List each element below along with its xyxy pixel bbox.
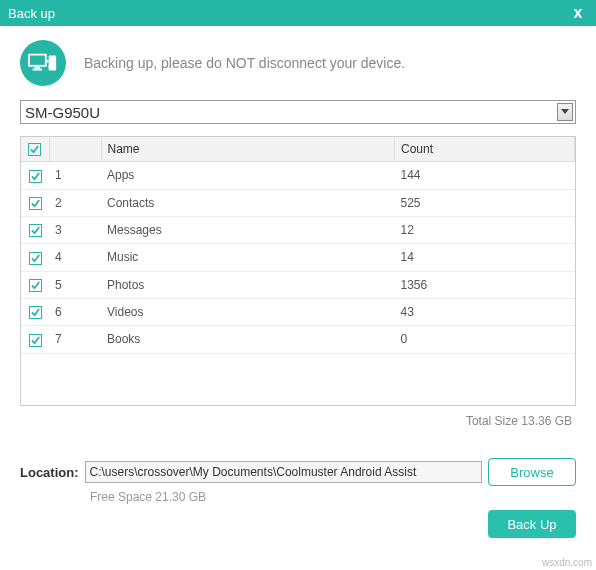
total-size: Total Size 13.36 GB	[0, 414, 572, 428]
table-row[interactable]: 1Apps144	[21, 162, 575, 189]
row-name: Books	[101, 326, 395, 353]
table-header-row: Name Count	[21, 137, 575, 162]
header: Backing up, please do NOT disconnect you…	[0, 26, 596, 96]
row-checkbox[interactable]	[29, 197, 42, 210]
close-icon[interactable]: x	[568, 4, 588, 22]
row-name: Contacts	[101, 189, 395, 216]
svg-rect-4	[49, 56, 57, 71]
select-all-checkbox[interactable]	[28, 143, 41, 156]
row-count: 43	[395, 298, 575, 325]
table-row[interactable]: 2Contacts525	[21, 189, 575, 216]
window-title: Back up	[8, 6, 55, 21]
row-index: 5	[49, 271, 101, 298]
device-selected-value: SM-G950U	[25, 104, 100, 121]
row-count: 0	[395, 326, 575, 353]
svg-rect-1	[30, 56, 45, 65]
table-row[interactable]: 6Videos43	[21, 298, 575, 325]
row-checkbox[interactable]	[29, 279, 42, 292]
chevron-down-icon[interactable]	[557, 103, 573, 121]
row-checkbox[interactable]	[29, 306, 42, 319]
device-selector[interactable]: SM-G950U	[20, 100, 576, 124]
row-count: 14	[395, 244, 575, 271]
col-name: Name	[101, 137, 395, 162]
col-num	[49, 137, 101, 162]
row-checkbox[interactable]	[29, 170, 42, 183]
row-index: 4	[49, 244, 101, 271]
row-checkbox[interactable]	[29, 334, 42, 347]
table-row[interactable]: 7Books0	[21, 326, 575, 353]
svg-rect-2	[35, 67, 41, 69]
watermark: wsxdn.com	[542, 557, 592, 568]
row-name: Apps	[101, 162, 395, 189]
col-count: Count	[395, 137, 575, 162]
row-name: Music	[101, 244, 395, 271]
row-count: 1356	[395, 271, 575, 298]
row-index: 1	[49, 162, 101, 189]
table-row[interactable]: 4Music14	[21, 244, 575, 271]
status-message: Backing up, please do NOT disconnect you…	[84, 55, 405, 71]
backup-table: Name Count 1Apps1442Contacts5253Messages…	[20, 136, 576, 406]
row-count: 144	[395, 162, 575, 189]
titlebar: Back up x	[0, 0, 596, 26]
row-checkbox[interactable]	[29, 224, 42, 237]
table-row[interactable]: 5Photos1356	[21, 271, 575, 298]
row-count: 525	[395, 189, 575, 216]
free-space: Free Space 21.30 GB	[90, 490, 576, 504]
table-row[interactable]: 3Messages12	[21, 216, 575, 243]
location-row: Location: C:\users\crossover\My Document…	[20, 458, 576, 486]
location-label: Location:	[20, 465, 79, 480]
row-index: 3	[49, 216, 101, 243]
device-sync-icon	[20, 40, 66, 86]
svg-rect-3	[33, 69, 42, 71]
row-index: 7	[49, 326, 101, 353]
row-checkbox[interactable]	[29, 252, 42, 265]
row-index: 6	[49, 298, 101, 325]
row-index: 2	[49, 189, 101, 216]
backup-button[interactable]: Back Up	[488, 510, 576, 538]
row-name: Videos	[101, 298, 395, 325]
row-name: Messages	[101, 216, 395, 243]
row-name: Photos	[101, 271, 395, 298]
browse-button[interactable]: Browse	[488, 458, 576, 486]
row-count: 12	[395, 216, 575, 243]
location-path-field[interactable]: C:\users\crossover\My Documents\Coolmust…	[85, 461, 483, 483]
